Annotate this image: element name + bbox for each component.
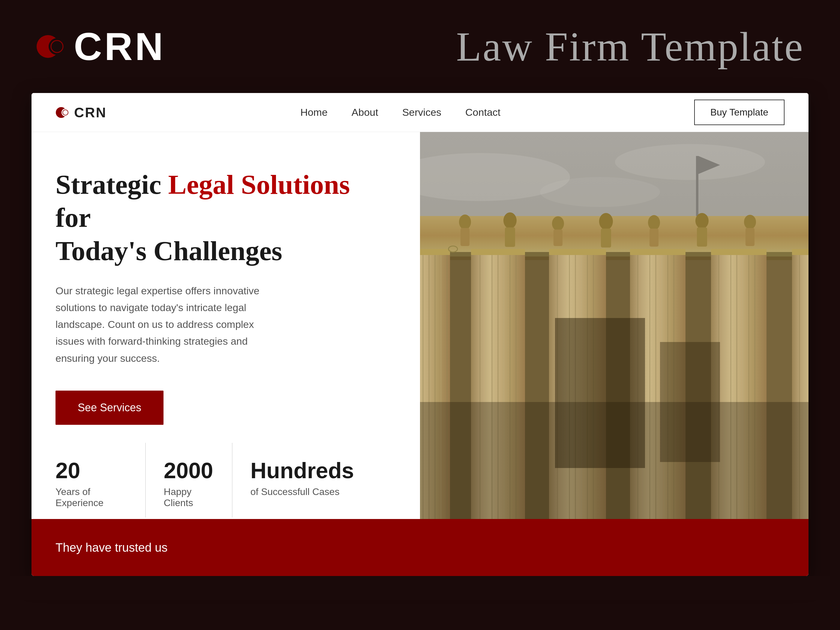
buy-template-button[interactable]: Buy Template [694,99,785,125]
footer-bar: They have trusted us [32,519,808,576]
stats-row: 20 Years of Experience 2000 Happy Client… [55,425,390,518]
hero-heading-part2: forToday's Challenges [55,202,282,266]
stat-cases-label: of Successfull Cases [251,486,354,497]
hero-heading: Strategic Legal Solutions forToday's Cha… [55,168,390,267]
nav-logo-area: CRN [55,104,107,121]
footer-trusted-text: They have trusted us [55,541,168,554]
see-services-button[interactable]: See Services [55,391,164,425]
hero-image-background [420,132,808,519]
svg-rect-87 [420,132,808,519]
stat-clients-number: 2000 [164,458,214,483]
bottom-dark-area [0,576,840,600]
stat-clients: 2000 Happy Clients [164,443,232,518]
top-bar: CRN Law Firm Template [0,0,840,93]
nav-links: Home About Services Contact [300,106,501,118]
hero-heading-part1: Strategic [55,169,168,200]
nav-link-home[interactable]: Home [300,106,328,118]
nav-link-about[interactable]: About [352,106,378,118]
hero-section: Strategic Legal Solutions forToday's Cha… [32,132,808,519]
navbar: CRN Home About Services Contact Buy Temp… [32,93,808,132]
hero-subtext: Our strategic legal expertise offers inn… [55,282,278,366]
nav-link-contact[interactable]: Contact [465,106,501,118]
nav-logo-text: CRN [74,104,107,121]
stat-experience: 20 Years of Experience [55,443,146,518]
nav-logo-icon [55,105,71,120]
hero-left: Strategic Legal Solutions forToday's Cha… [32,132,420,519]
hero-right-image [420,132,808,519]
website-frame: CRN Home About Services Contact Buy Temp… [32,93,808,576]
nav-link-services[interactable]: Services [402,106,441,118]
stat-clients-label: Happy Clients [164,486,214,508]
hero-heading-highlight: Legal Solutions [168,169,350,200]
top-logo-area: CRN [36,24,166,69]
stat-experience-number: 20 [55,458,127,483]
stat-cases-number: Hundreds [251,458,354,483]
top-logo-icon [36,30,69,63]
top-logo-text: CRN [74,24,166,69]
stat-cases: Hundreds of Successfull Cases [251,443,372,518]
stat-experience-label: Years of Experience [55,486,127,508]
top-title: Law Firm Template [456,23,804,71]
